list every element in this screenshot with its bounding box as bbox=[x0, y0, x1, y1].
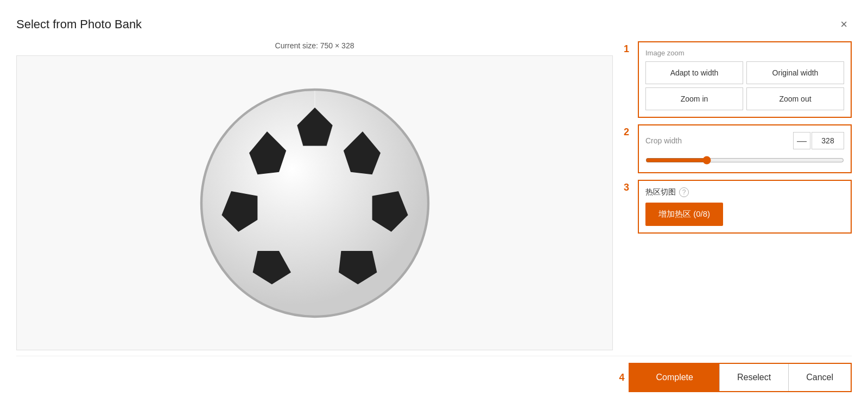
section1-wrapper: 1 Image zoom Adapt to width Original wid… bbox=[624, 41, 852, 118]
help-icon[interactable]: ? bbox=[679, 187, 689, 197]
image-area: Current size: 750 × 328 bbox=[16, 41, 613, 350]
zoom-in-button[interactable]: Zoom in bbox=[645, 87, 743, 110]
complete-button[interactable]: Complete bbox=[630, 364, 719, 391]
crop-width-label: Crop width bbox=[645, 136, 793, 145]
crop-value-input[interactable] bbox=[812, 132, 844, 149]
footer-section-number: 4 bbox=[619, 372, 624, 383]
section1-box: Image zoom Adapt to width Original width… bbox=[638, 41, 852, 118]
section3-number: 3 bbox=[624, 182, 633, 193]
section3-wrapper: 3 热区切图 ? 增加热区 (0/8) bbox=[624, 180, 852, 234]
slider-container bbox=[645, 155, 844, 166]
section2-number: 2 bbox=[624, 127, 633, 138]
reselect-button[interactable]: Reselect bbox=[719, 364, 788, 391]
original-width-button[interactable]: Original width bbox=[746, 61, 844, 84]
footer-action-box: Complete Reselect Cancel bbox=[629, 363, 852, 392]
crop-width-row: Crop width — bbox=[645, 132, 844, 149]
crop-minus-button[interactable]: — bbox=[793, 132, 810, 149]
dialog-title: Select from Photo Bank bbox=[16, 17, 142, 32]
dialog-body: Current size: 750 × 328 bbox=[16, 41, 852, 350]
photo-bank-dialog: Select from Photo Bank × Current size: 7… bbox=[0, 0, 868, 403]
section2-box: Crop width — bbox=[638, 124, 852, 173]
image-size-label: Current size: 750 × 328 bbox=[275, 41, 354, 50]
dialog-footer: 4 Complete Reselect Cancel bbox=[16, 356, 852, 392]
image-zoom-label: Image zoom bbox=[645, 49, 844, 57]
zoom-out-button[interactable]: Zoom out bbox=[746, 87, 844, 110]
hotzone-header: 热区切图 ? bbox=[645, 187, 844, 197]
footer-section-wrapper: 4 Complete Reselect Cancel bbox=[619, 363, 852, 392]
adapt-to-width-button[interactable]: Adapt to width bbox=[645, 61, 743, 84]
hotzone-label: 热区切图 bbox=[645, 187, 676, 197]
close-button[interactable]: × bbox=[836, 16, 852, 33]
right-panel: 1 Image zoom Adapt to width Original wid… bbox=[624, 41, 852, 350]
dialog-header: Select from Photo Bank × bbox=[16, 16, 852, 33]
cancel-button[interactable]: Cancel bbox=[788, 364, 851, 391]
section3-box: 热区切图 ? 增加热区 (0/8) bbox=[638, 180, 852, 234]
add-hotzone-button[interactable]: 增加热区 (0/8) bbox=[645, 203, 723, 226]
image-container bbox=[16, 55, 613, 350]
section1-number: 1 bbox=[624, 43, 633, 55]
zoom-grid: Adapt to width Original width Zoom in Zo… bbox=[645, 61, 844, 110]
soccer-ball-image bbox=[195, 84, 434, 323]
crop-width-slider[interactable] bbox=[645, 156, 844, 165]
section2-wrapper: 2 Crop width — bbox=[624, 124, 852, 173]
